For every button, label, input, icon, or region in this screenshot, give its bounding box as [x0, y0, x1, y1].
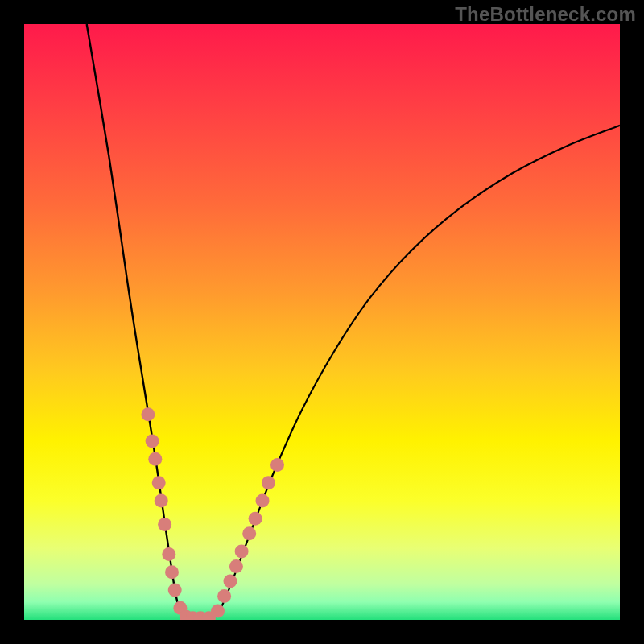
- data-dot: [270, 458, 284, 472]
- data-dot: [141, 407, 155, 421]
- data-dot: [217, 589, 231, 603]
- watermark-text: TheBottleneck.com: [455, 3, 636, 26]
- right-curve: [188, 126, 620, 620]
- data-dot: [242, 526, 256, 540]
- data-dot: [229, 559, 243, 573]
- outer-frame: TheBottleneck.com: [0, 0, 644, 644]
- data-dot: [158, 518, 171, 531]
- data-dot: [235, 544, 249, 558]
- data-dot: [211, 604, 225, 617]
- chart-area: [24, 24, 620, 620]
- data-dot: [148, 452, 162, 466]
- data-dot: [165, 565, 179, 579]
- data-dot: [162, 547, 175, 561]
- data-dot: [224, 574, 237, 588]
- data-dot: [155, 494, 168, 508]
- data-dot: [168, 584, 182, 597]
- chart-overlay: [24, 24, 620, 620]
- data-dot: [256, 494, 270, 508]
- data-dot: [249, 512, 262, 526]
- data-dot: [152, 476, 166, 489]
- left-curve: [87, 24, 189, 620]
- data-dot: [262, 476, 275, 489]
- data-dot: [146, 435, 159, 448]
